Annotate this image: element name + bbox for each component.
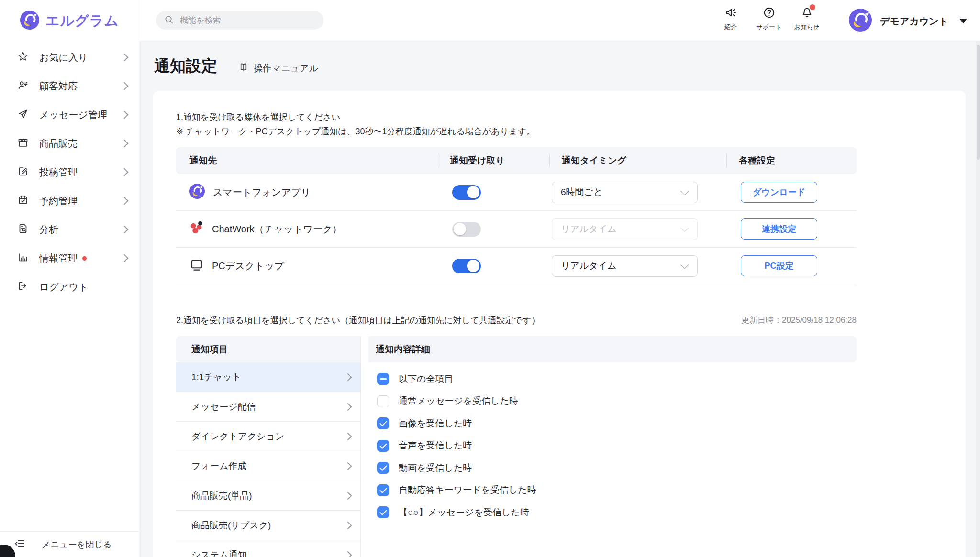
category-message-delivery[interactable]: メッセージ配信 — [176, 392, 360, 422]
detail-row-normal-message: 通常メッセージを受信した時 — [377, 395, 857, 407]
media-table: 通知先 通知受け取り 通知タイミング 各種設定 — [176, 147, 857, 284]
timing-select-pc-desktop[interactable]: リアルタイム — [552, 255, 698, 277]
category-form-creation[interactable]: フォーム作成 — [176, 451, 360, 481]
sidebar-item-info-management[interactable]: 情報管理 — [0, 244, 139, 273]
desktop-icon — [189, 258, 204, 274]
brand-name: エルグラム — [45, 11, 119, 31]
checkbox-all-items[interactable] — [377, 373, 389, 385]
media-section-note: ※ チャットワーク・PCデスクトップ通知は、30秒〜1分程度通知が遅れる場合があ… — [176, 124, 535, 139]
category-1on1-chat[interactable]: 1:1チャット — [176, 362, 360, 392]
category-list: 通知項目 1:1チャット メッセージ配信 ダイレクトアクション フォーム作成 — [176, 336, 361, 557]
chevron-right-icon — [344, 491, 352, 500]
chevron-right-icon — [121, 140, 129, 148]
toggle-knob — [454, 223, 466, 235]
elgram-app-icon — [189, 184, 205, 201]
download-button[interactable]: ダウンロード — [741, 182, 817, 203]
column-divider — [726, 154, 727, 167]
collapse-menu-button[interactable]: メニューを閉じる — [0, 531, 139, 557]
chevron-right-icon — [344, 403, 352, 411]
media-name: スマートフォンアプリ — [213, 186, 311, 199]
help-circle-icon — [763, 6, 776, 21]
sidebar-item-post-management[interactable]: 投稿管理 — [0, 158, 139, 186]
pc-settings-button[interactable]: PC設定 — [741, 255, 817, 276]
bell-icon — [801, 6, 813, 21]
sidebar-nav: お気に入り 顧客対応 メッセージ管理 商品販売 投稿管理 — [0, 43, 139, 301]
app-logo[interactable]: エルグラム — [20, 11, 119, 32]
sidebar-item-logout[interactable]: ログアウト — [0, 273, 139, 301]
column-divider — [437, 154, 437, 167]
media-row-pc-desktop: PCデスクトップ リアルタイム PC設定 — [176, 248, 857, 284]
support-button[interactable]: サポート — [747, 6, 791, 32]
calendar-icon — [17, 194, 29, 208]
elgram-bird-logo-icon — [20, 11, 39, 32]
checkbox-normal-message[interactable] — [377, 395, 389, 407]
detail-row-video-received: 動画を受信した時 — [377, 462, 857, 474]
media-row-smartphone: スマートフォンアプリ 6時間ごと ダウンロード — [176, 174, 857, 211]
items-table: 通知項目 1:1チャット メッセージ配信 ダイレクトアクション フォーム作成 — [176, 336, 857, 557]
column-settings: 各種設定 — [739, 147, 775, 174]
toggle-chatwork-notifications[interactable] — [452, 222, 481, 237]
sidebar-item-reservation-management[interactable]: 予約管理 — [0, 186, 139, 215]
logout-icon — [17, 280, 29, 294]
checkbox-marked-message[interactable] — [377, 506, 389, 518]
column-divider — [549, 154, 550, 167]
account-menu[interactable]: デモアカウント — [849, 9, 967, 33]
category-product-sales-subscription[interactable]: 商品販売(サブスク) — [176, 511, 360, 540]
toggle-knob — [467, 186, 479, 198]
toggle-smartphone-notifications[interactable] — [452, 185, 481, 200]
manual-link[interactable]: 操作マニュアル — [238, 62, 318, 75]
search-input[interactable] — [179, 15, 320, 26]
detail-panel: 通知内容詳細 以下の全項目 通常メッセージを受信した時 画像を受信した時 — [368, 336, 857, 557]
category-product-sales-single[interactable]: 商品販売(単品) — [176, 481, 360, 511]
media-table-header: 通知先 通知受け取り 通知タイミング 各種設定 — [176, 147, 857, 174]
detail-checkbox-list: 以下の全項目 通常メッセージを受信した時 画像を受信した時 音声を受信した時 — [368, 362, 857, 518]
chevron-right-icon — [344, 551, 352, 557]
scrollbar[interactable] — [976, 41, 980, 557]
chevron-right-icon — [121, 111, 129, 119]
sidebar-item-product-sales[interactable]: 商品販売 — [0, 129, 139, 158]
checkbox-video-received[interactable] — [377, 462, 389, 474]
chevron-right-icon — [344, 521, 352, 529]
page-title: 通知設定 — [154, 55, 217, 77]
updated-timestamp: 更新日時：2025/09/18 12:06:28 — [741, 315, 857, 326]
category-direct-action[interactable]: ダイレクトアクション — [176, 422, 360, 451]
checkbox-auto-response-keyword[interactable] — [377, 484, 389, 496]
category-system-notification[interactable]: システム通知 — [176, 540, 360, 557]
media-name: ChatWork（チャットワーク） — [212, 223, 342, 236]
store-icon — [17, 137, 29, 150]
announcements-button[interactable]: お知らせ — [785, 6, 828, 32]
column-timing: 通知タイミング — [562, 147, 626, 174]
chevron-down-icon — [680, 224, 689, 232]
chevron-right-icon — [121, 254, 129, 262]
search-icon — [164, 14, 174, 27]
media-name: PCデスクトップ — [212, 260, 284, 273]
analysis-icon — [17, 223, 29, 236]
checkbox-image-received[interactable] — [377, 417, 389, 429]
detail-row-all-items: 以下の全項目 — [377, 373, 857, 385]
account-name: デモアカウント — [880, 15, 948, 28]
megaphone-icon — [724, 6, 737, 21]
sidebar-item-favorites[interactable]: お気に入り — [0, 43, 139, 72]
chatwork-link-settings-button[interactable]: 連携設定 — [741, 218, 817, 240]
checkbox-audio-received[interactable] — [377, 440, 389, 452]
detail-panel-header: 通知内容詳細 — [368, 336, 857, 362]
timing-select-smartphone[interactable]: 6時間ごと — [552, 182, 698, 203]
detail-row-image-received: 画像を受信した時 — [377, 417, 857, 429]
toggle-pc-desktop-notifications[interactable] — [452, 259, 481, 273]
sidebar-item-customer-support[interactable]: 顧客対応 — [0, 72, 139, 100]
notification-badge — [810, 4, 815, 10]
scrollbar-thumb[interactable] — [977, 45, 980, 160]
toggle-knob — [467, 260, 479, 272]
book-icon — [238, 62, 249, 75]
detail-row-auto-response-keyword: 自動応答キーワードを受信した時 — [377, 484, 857, 496]
avatar — [849, 9, 872, 33]
chevron-right-icon — [121, 226, 129, 234]
sidebar: エルグラム お気に入り 顧客対応 メッセージ管理 商品販売 — [0, 0, 139, 557]
category-list-header: 通知項目 — [176, 336, 360, 362]
chevron-down-icon — [680, 261, 689, 269]
sidebar-item-analysis[interactable]: 分析 — [0, 215, 139, 244]
sidebar-item-message-management[interactable]: メッセージ管理 — [0, 100, 139, 129]
referral-button[interactable]: 紹介 — [709, 6, 752, 32]
settings-card: 1.通知を受け取る媒体を選択してください ※ チャットワーク・PCデスクトップ通… — [153, 91, 966, 557]
column-destination: 通知先 — [189, 147, 217, 174]
